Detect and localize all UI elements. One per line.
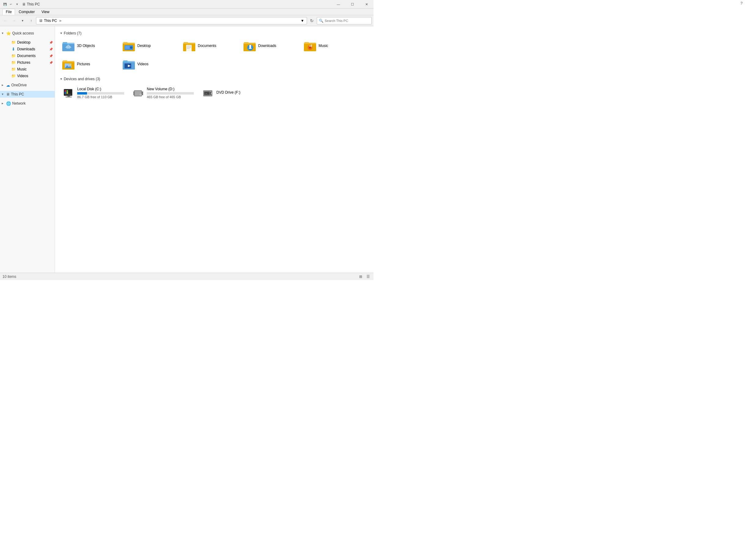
svg-rect-21 <box>244 42 249 44</box>
sidebar-documents-label: Documents <box>17 54 36 58</box>
refresh-button[interactable]: ↻ <box>308 17 315 24</box>
sidebar-onedrive[interactable]: ► ☁ OneDrive <box>0 82 55 88</box>
svg-rect-18 <box>187 48 190 49</box>
folder-3dobjects-name: 3D Objects <box>77 44 95 48</box>
svg-text:DVD: DVD <box>205 93 208 94</box>
sidebar-pictures-label: Pictures <box>17 60 30 65</box>
folder-videos[interactable]: Videos <box>120 56 178 72</box>
sidebar-item-videos[interactable]: 📁 Videos <box>0 73 55 79</box>
folders-grid: 3D Objects Desktop <box>60 38 369 72</box>
tab-view[interactable]: View <box>38 9 52 15</box>
drive-c[interactable]: Local Disk (C:) 86.7 GB free of 110 GB <box>60 84 127 102</box>
folder-music-icon <box>304 39 316 52</box>
svg-rect-17 <box>187 47 191 48</box>
drive-c-info: Local Disk (C:) 86.7 GB free of 110 GB <box>77 87 124 99</box>
downloads-folder-icon: ⬇ <box>11 47 16 52</box>
address-path[interactable]: 🖥 This PC ▶ ▼ <box>36 17 307 24</box>
svg-rect-2 <box>63 42 67 44</box>
back-button[interactable]: ← <box>2 17 9 24</box>
svg-rect-33 <box>63 60 67 62</box>
svg-rect-50 <box>67 92 68 94</box>
pictures-folder-icon: 📁 <box>11 60 16 65</box>
sidebar-network[interactable]: ► 🌐 Network <box>0 100 55 107</box>
sidebar-item-documents[interactable]: 📁 Documents 📌 <box>0 52 55 59</box>
folder-downloads-name: Downloads <box>258 44 276 48</box>
tab-computer[interactable]: Computer <box>16 9 38 15</box>
svg-rect-24 <box>249 45 251 47</box>
sidebar-network-label: Network <box>12 101 26 106</box>
sidebar-item-downloads[interactable]: ⬇ Downloads 📌 <box>0 46 55 52</box>
drive-d[interactable]: New Volume (D:) 465 GB free of 465 GB <box>129 84 197 102</box>
svg-rect-48 <box>67 90 68 92</box>
sidebar-item-pictures[interactable]: 📁 Pictures 📌 <box>0 59 55 66</box>
sidebar: ▼ ⭐ Quick access 📁 Desktop 📌 ⬇ Downloads… <box>0 26 55 273</box>
tab-file[interactable]: File <box>2 9 15 15</box>
svg-point-36 <box>69 64 71 65</box>
quick-access-label: Quick access <box>12 31 34 35</box>
svg-point-29 <box>309 47 311 49</box>
downloads-pin-icon: 📌 <box>49 48 53 51</box>
sidebar-thispc[interactable]: ▼ 🖥 This PC <box>0 91 55 98</box>
thispc-expand-icon: ▼ <box>1 93 5 96</box>
forward-button[interactable]: → <box>10 17 18 24</box>
sidebar-onedrive-label: OneDrive <box>11 83 27 87</box>
drive-f[interactable]: DVD DVD Drive (F:) <box>199 84 266 102</box>
address-dropdown-button[interactable]: ▼ <box>301 19 304 23</box>
folder-desktop-icon <box>123 39 135 52</box>
folder-downloads[interactable]: Downloads <box>241 38 299 54</box>
drive-d-icon <box>132 87 144 99</box>
folder-documents[interactable]: Documents <box>181 38 239 54</box>
folders-section-header[interactable]: ▼ Folders (7) <box>60 31 369 35</box>
close-button[interactable]: ✕ <box>359 0 374 8</box>
folder-3dobjects[interactable]: 3D Objects <box>60 38 118 54</box>
thispc-icon: 🖥 <box>6 92 10 97</box>
sidebar-item-music[interactable]: 📁 Music <box>0 66 55 73</box>
status-right: ⊞ ☰ <box>358 274 371 280</box>
svg-rect-10 <box>125 46 129 49</box>
svg-rect-54 <box>142 91 143 95</box>
folder-documents-name: Documents <box>198 44 216 48</box>
folder-desktop-name: Desktop <box>137 44 151 48</box>
drive-d-name: New Volume (D:) <box>147 87 194 91</box>
quick-access-toolbar: 💾 <box>2 2 7 7</box>
folder-videos-icon <box>123 58 135 70</box>
svg-rect-30 <box>311 45 312 47</box>
folder-pictures-icon <box>62 58 74 70</box>
window-controls: — ☐ ✕ <box>331 0 374 8</box>
minimize-button[interactable]: — <box>331 0 345 8</box>
svg-rect-44 <box>65 94 71 95</box>
onedrive-expand-icon: ► <box>1 84 5 87</box>
folder-documents-icon <box>183 39 195 52</box>
drives-section-header[interactable]: ▼ Devices and drives (3) <box>60 77 369 81</box>
maximize-button[interactable]: ☐ <box>345 0 359 8</box>
folder-desktop[interactable]: Desktop <box>120 38 178 54</box>
svg-rect-47 <box>65 90 66 92</box>
breadcrumb: This PC <box>44 19 57 23</box>
view-details-button[interactable]: ☰ <box>365 274 371 280</box>
view-large-icons-button[interactable]: ⊞ <box>358 274 364 280</box>
network-icon: 🌐 <box>6 101 11 106</box>
up-button[interactable]: ↑ <box>27 17 35 24</box>
content-area: ▼ Folders (7) 3D O <box>55 26 374 273</box>
search-input[interactable] <box>325 19 369 23</box>
customize-toolbar: ▼ <box>15 2 20 7</box>
drive-f-name: DVD Drive (F:) <box>216 90 263 95</box>
drives-label: Devices and drives (3) <box>64 77 100 81</box>
folder-3dobjects-icon <box>62 39 74 52</box>
recent-locations-button[interactable]: ▼ <box>19 17 26 24</box>
status-item-count: 10 items <box>2 274 16 279</box>
sidebar-item-desktop[interactable]: 📁 Desktop 📌 <box>0 39 55 46</box>
sidebar-music-label: Music <box>17 67 27 71</box>
videos-folder-icon: 📁 <box>11 74 16 78</box>
folders-chevron: ▼ <box>60 32 62 35</box>
sidebar-desktop-label: Desktop <box>17 40 30 45</box>
drive-f-icon: DVD <box>202 87 214 99</box>
sidebar-quick-access[interactable]: ▼ ⭐ Quick access <box>0 30 55 36</box>
drives-chevron: ▼ <box>60 78 62 81</box>
documents-folder-icon: 📁 <box>11 53 16 58</box>
folder-pictures[interactable]: Pictures <box>60 56 118 72</box>
svg-rect-14 <box>184 42 188 44</box>
folder-music[interactable]: Music <box>302 38 359 54</box>
folder-downloads-icon <box>243 39 256 52</box>
folders-label: Folders (7) <box>64 31 81 35</box>
